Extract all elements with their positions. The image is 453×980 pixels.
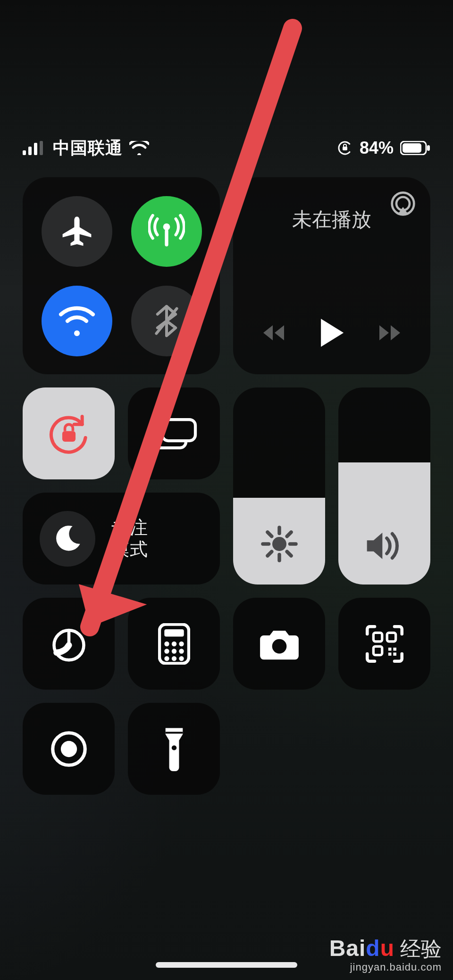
svg-line-24 — [287, 532, 291, 536]
focus-label: 专注 模式 — [111, 517, 148, 560]
control-center: 未在播放 — [23, 177, 430, 795]
calculator-icon — [158, 623, 190, 665]
connectivity-group[interactable] — [23, 177, 220, 374]
media-next-button[interactable] — [374, 322, 402, 343]
svg-point-29 — [164, 641, 169, 646]
svg-point-32 — [164, 649, 169, 653]
svg-rect-10 — [165, 229, 168, 247]
cellular-data-toggle[interactable] — [131, 196, 202, 267]
flashlight-icon — [161, 727, 187, 771]
bluetooth-off-icon — [152, 304, 181, 338]
orientation-lock-status-icon — [337, 140, 353, 156]
svg-rect-45 — [393, 652, 396, 656]
svg-rect-8 — [427, 145, 430, 151]
svg-point-38 — [272, 639, 286, 653]
qr-scanner-button[interactable] — [338, 598, 430, 690]
svg-rect-49 — [165, 732, 183, 733]
svg-point-31 — [179, 641, 184, 646]
battery-icon — [400, 141, 430, 155]
cellular-antenna-icon — [148, 213, 185, 250]
focus-mode-button[interactable]: 专注 模式 — [23, 493, 220, 585]
orientation-lock-icon — [48, 412, 90, 455]
moon-icon — [52, 524, 83, 554]
svg-rect-2 — [34, 143, 37, 155]
timer-icon — [49, 624, 89, 664]
svg-rect-39 — [373, 633, 382, 641]
svg-rect-42 — [388, 647, 391, 651]
home-indicator[interactable] — [156, 962, 297, 968]
qr-code-icon — [365, 624, 404, 664]
svg-rect-3 — [40, 141, 43, 155]
media-playback-group[interactable]: 未在播放 — [233, 177, 430, 374]
svg-line-25 — [268, 552, 272, 556]
cellular-signal-icon — [23, 141, 43, 155]
calculator-button[interactable] — [128, 598, 220, 690]
flashlight-button[interactable] — [128, 703, 220, 795]
svg-rect-28 — [164, 629, 184, 636]
media-prev-button[interactable] — [261, 322, 290, 343]
svg-point-34 — [179, 649, 184, 653]
svg-point-47 — [60, 741, 76, 757]
camera-button[interactable] — [233, 598, 325, 690]
svg-point-36 — [171, 656, 176, 660]
wifi-large-icon — [58, 306, 96, 336]
airplane-mode-toggle[interactable] — [42, 196, 112, 267]
svg-point-37 — [179, 656, 184, 660]
svg-line-23 — [287, 552, 291, 556]
svg-point-48 — [171, 745, 176, 750]
status-bar: 中国联通 84% — [0, 133, 453, 163]
camera-icon — [258, 627, 301, 661]
timer-button[interactable] — [23, 598, 115, 690]
orientation-lock-toggle[interactable] — [23, 387, 115, 479]
battery-percent-label: 84% — [360, 138, 394, 158]
airplane-icon — [60, 214, 94, 248]
bluetooth-toggle[interactable] — [131, 286, 202, 356]
svg-point-17 — [272, 537, 286, 551]
wifi-icon — [129, 141, 149, 155]
brightness-slider[interactable] — [233, 387, 325, 585]
svg-line-22 — [268, 532, 272, 536]
svg-rect-40 — [387, 633, 395, 641]
svg-rect-43 — [393, 647, 396, 651]
volume-icon — [365, 529, 404, 563]
media-play-button[interactable] — [318, 318, 345, 348]
brightness-icon — [260, 525, 298, 563]
svg-rect-44 — [388, 652, 391, 656]
svg-rect-41 — [373, 646, 382, 655]
watermark: Baidu 经验 jingyan.baidu.com — [329, 935, 442, 973]
screen-mirroring-button[interactable] — [128, 387, 220, 479]
volume-slider[interactable] — [338, 387, 430, 585]
svg-rect-0 — [23, 150, 26, 155]
carrier-label: 中国联通 — [53, 137, 123, 160]
screen-mirroring-icon — [151, 417, 198, 451]
svg-rect-7 — [403, 143, 421, 153]
record-icon — [50, 730, 88, 768]
media-title: 未在播放 — [233, 206, 430, 233]
wifi-toggle[interactable] — [42, 286, 112, 356]
svg-rect-5 — [343, 147, 347, 150]
svg-point-35 — [164, 656, 169, 660]
svg-rect-14 — [62, 431, 75, 442]
svg-rect-16 — [162, 420, 195, 441]
screen-record-button[interactable] — [23, 703, 115, 795]
svg-point-33 — [171, 649, 176, 653]
svg-point-30 — [171, 641, 176, 646]
svg-rect-1 — [28, 147, 32, 155]
